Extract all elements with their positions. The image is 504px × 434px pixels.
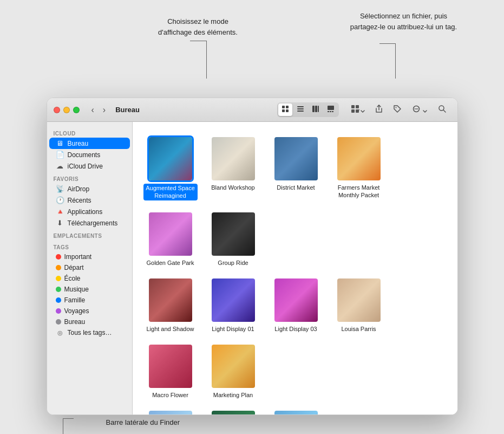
sidebar-item-ecole[interactable]: École xyxy=(49,273,130,284)
sidebar-item-famille[interactable]: Famille xyxy=(49,295,130,306)
finder-body: iCloud 🖥 Bureau 📄 Documents ☁ iCloud Dri… xyxy=(47,122,457,414)
svg-rect-13 xyxy=(332,111,333,112)
svg-rect-8 xyxy=(315,106,317,112)
toolbar-actions xyxy=(348,103,451,117)
sidebar-label-telechargements: Téléchargements xyxy=(68,219,118,227)
file-name-marketing: Marketing Plan xyxy=(213,391,253,399)
close-button[interactable] xyxy=(54,107,60,113)
sidebar: iCloud 🖥 Bureau 📄 Documents ☁ iCloud Dri… xyxy=(47,122,133,414)
search-icon xyxy=(438,105,447,113)
svg-point-22 xyxy=(416,108,417,109)
sidebar-item-icloud-drive[interactable]: ☁ iCloud Drive xyxy=(49,160,130,172)
file-thumb-inner-light-d03 xyxy=(274,278,318,322)
svg-rect-6 xyxy=(297,111,304,112)
file-thumb-golden xyxy=(149,212,192,256)
callout-line-left xyxy=(206,41,207,79)
view-columns-button[interactable] xyxy=(309,103,323,116)
file-thumb-rail xyxy=(212,411,255,414)
file-thumb-sunset xyxy=(274,411,318,414)
file-item-farmers[interactable]: Farmers Market Monthly Packet xyxy=(330,133,388,204)
group-dropdown-icon xyxy=(361,109,365,113)
bureau-icon: 🖥 xyxy=(56,139,64,147)
view-list-button[interactable] xyxy=(293,103,307,116)
musique-dot xyxy=(56,287,61,292)
file-grid: Augmented Space ReimaginedBland Workshop… xyxy=(133,122,457,414)
view-icons-button[interactable] xyxy=(278,103,292,116)
forward-button[interactable]: › xyxy=(100,104,109,116)
file-item-louisa[interactable]: Louisa Parris xyxy=(330,274,388,336)
minimize-button[interactable] xyxy=(63,107,70,113)
icloud-icon: ☁ xyxy=(56,162,64,170)
sidebar-label-tous-tags: Tous les tags… xyxy=(68,329,112,336)
sidebar-item-recents[interactable]: 🕐 Récents xyxy=(49,195,130,206)
view-controls xyxy=(277,102,339,117)
view-columns-icon xyxy=(312,105,319,113)
voyages-dot xyxy=(56,308,61,314)
sidebar-item-applications[interactable]: 🔺 Applications xyxy=(49,206,130,217)
file-item-golden[interactable]: Golden Gate Park xyxy=(141,208,200,270)
svg-rect-11 xyxy=(328,111,329,112)
file-name-farmers: Farmers Market Monthly Packet xyxy=(332,184,386,199)
file-item-bland[interactable]: Bland Workshop xyxy=(204,133,263,204)
file-thumb-inner-augmented xyxy=(149,137,192,180)
group-button[interactable] xyxy=(348,103,368,117)
file-item-augmented[interactable]: Augmented Space Reimagined xyxy=(141,133,200,204)
sidebar-item-bureau[interactable]: 🖥 Bureau xyxy=(49,138,130,149)
file-item-light-shadow[interactable]: Light and Shadow xyxy=(141,274,200,336)
sidebar-section-icloud: iCloud xyxy=(47,126,132,138)
file-item-macro[interactable]: Macro Flower xyxy=(141,340,200,402)
sidebar-item-documents[interactable]: 📄 Documents xyxy=(49,149,130,160)
svg-rect-2 xyxy=(282,109,285,112)
share-button[interactable] xyxy=(371,103,387,117)
svg-rect-9 xyxy=(318,106,319,112)
search-button[interactable] xyxy=(434,103,451,116)
view-gallery-button[interactable] xyxy=(324,103,338,116)
file-name-golden: Golden Gate Park xyxy=(146,259,194,267)
sidebar-item-telechargements[interactable]: ⬇ Téléchargements xyxy=(49,217,130,229)
file-item-marketing[interactable]: Marketing Plan xyxy=(204,340,263,402)
file-item-rail[interactable]: Rail Chasers xyxy=(204,406,263,414)
maximize-button[interactable] xyxy=(73,107,80,113)
back-button[interactable]: ‹ xyxy=(88,104,97,116)
file-name-light-shadow: Light and Shadow xyxy=(146,325,194,333)
action-dropdown-icon xyxy=(423,109,427,113)
file-item-sunset[interactable]: Sunset Surf xyxy=(267,406,325,414)
svg-rect-1 xyxy=(286,106,289,108)
svg-point-23 xyxy=(417,108,418,109)
sidebar-item-voyages[interactable]: Voyages xyxy=(49,306,130,316)
sidebar-label-recents: Récents xyxy=(68,197,91,204)
file-thumb-bland xyxy=(212,137,255,180)
sidebar-item-musique[interactable]: Musique xyxy=(49,284,130,295)
svg-point-19 xyxy=(396,107,397,108)
sidebar-item-depart[interactable]: Départ xyxy=(49,262,130,273)
sidebar-item-airdrop[interactable]: 📡 AirDrop xyxy=(49,183,130,195)
file-item-light-d03[interactable]: Light Display 03 xyxy=(267,274,325,336)
ecole-dot xyxy=(56,276,61,281)
file-row-1: Light and ShadowLight Display 01Light Di… xyxy=(141,274,449,403)
bottom-callout-line-h xyxy=(63,418,74,419)
tag-icon xyxy=(393,105,402,113)
sidebar-item-bureau-tag[interactable]: Bureau xyxy=(49,316,130,327)
file-row-0: Augmented Space ReimaginedBland Workshop… xyxy=(141,133,449,270)
sidebar-item-tous-tags[interactable]: ◎ Tous les tags… xyxy=(49,327,130,338)
file-item-group-ride[interactable]: Group Ride xyxy=(204,208,263,270)
sidebar-label-famille: Famille xyxy=(64,296,86,304)
view-list-icon xyxy=(297,105,304,113)
file-thumb-inner-sunset xyxy=(274,411,318,414)
file-item-paper[interactable]: Paper Airplane Experiment xyxy=(141,406,200,414)
bottom-callout-area: Barre latérale du Finder xyxy=(47,415,458,434)
file-item-district[interactable]: District Market xyxy=(267,133,325,204)
sidebar-label-voyages: Voyages xyxy=(64,307,89,315)
file-thumb-farmers xyxy=(337,137,381,180)
file-item-light-d01[interactable]: Light Display 01 xyxy=(204,274,263,336)
sidebar-label-important: Important xyxy=(64,253,92,261)
telechargements-icon: ⬇ xyxy=(56,219,64,227)
action-icon xyxy=(411,105,421,113)
view-gallery-icon xyxy=(327,105,335,113)
file-thumb-paper xyxy=(149,411,192,414)
tag-button[interactable] xyxy=(390,103,405,117)
important-dot xyxy=(56,254,61,260)
sidebar-item-important[interactable]: Important xyxy=(49,251,130,262)
recents-icon: 🕐 xyxy=(56,196,64,204)
action-button[interactable] xyxy=(408,103,430,117)
